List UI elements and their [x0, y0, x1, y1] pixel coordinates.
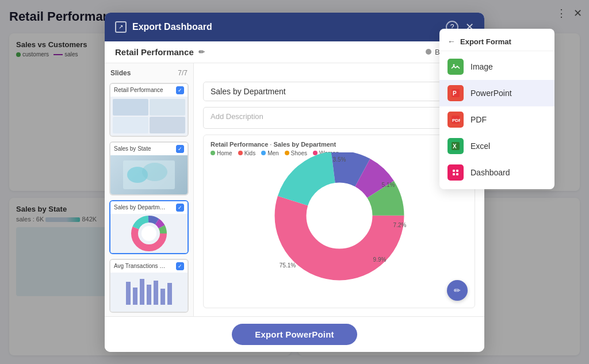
slide-item-2-thumb	[110, 155, 188, 194]
svg-rect-72	[133, 288, 137, 305]
slide-item-1-checkbox[interactable]: ✓	[176, 86, 184, 94]
slides-count: 7/7	[178, 69, 188, 77]
slide-number: Slide 6	[203, 71, 475, 78]
image-format-icon	[448, 59, 464, 75]
excel-format-label: Excel	[471, 141, 490, 151]
modal-body: Slides 7/7 Retail Performance ✓	[105, 63, 484, 316]
svg-rect-77	[167, 283, 172, 305]
donut-chart: 3.5% 5.1% 7.2% 9.9% 75.1%	[211, 161, 468, 276]
slide-title-input[interactable]: Sales by Department	[203, 82, 475, 101]
export-powerpoint-button[interactable]: Export PowerPoint	[232, 324, 357, 345]
dropdown-title: Export Format	[460, 37, 511, 46]
dropdown-item-dashboard[interactable]: Dashboard	[439, 159, 554, 186]
svg-rect-76	[160, 289, 165, 305]
pdf-format-label: PDF	[471, 115, 487, 124]
slide-item-avg-transactions[interactable]: Avg Transactions &... ✓	[109, 259, 189, 313]
image-format-label: Image	[471, 62, 493, 71]
excel-format-icon: X	[448, 138, 464, 154]
svg-rect-71	[126, 282, 131, 305]
modal-header: ↗ Export Dashboard ? ✕	[105, 13, 484, 41]
slide-item-4-name: Avg Transactions &...	[114, 263, 166, 269]
powerpoint-format-icon: P	[448, 85, 464, 101]
export-dashboard-modal: ↗ Export Dashboard ? ✕ Retail Performanc…	[105, 13, 484, 352]
svg-rect-97	[452, 168, 460, 177]
svg-point-64	[142, 163, 167, 181]
svg-point-70	[141, 226, 156, 241]
slide-item-3-checkbox[interactable]: ✓	[176, 204, 184, 212]
svg-rect-75	[154, 281, 158, 305]
powerpoint-format-label: PowerPoint	[471, 89, 512, 98]
dropdown-header: ← Export Format	[439, 32, 554, 51]
slide-item-4-checkbox[interactable]: ✓	[176, 262, 184, 270]
slide-item-2-name: Sales by State	[114, 145, 151, 152]
modal-subheader: Retail Performance ✏ Branding ∨	[105, 41, 484, 63]
svg-point-83	[307, 183, 372, 248]
slide-item-1-header: Retail Performance ✓	[110, 84, 188, 97]
chart-edit-fab[interactable]: ✏	[447, 280, 468, 301]
dropdown-item-image[interactable]: Image	[439, 53, 554, 80]
slide-item-3-header: Sales by Departme... ✓	[110, 201, 188, 214]
dropdown-item-excel[interactable]: X Excel	[439, 133, 554, 159]
svg-text:X: X	[453, 143, 457, 150]
slide-item-sales-by-state[interactable]: Sales by State ✓	[109, 141, 189, 196]
slide-item-2-checkbox[interactable]: ✓	[176, 145, 184, 153]
pdf-format-icon: PDF	[448, 112, 464, 128]
export-icon: ↗	[115, 21, 127, 33]
slide-item-4-header: Avg Transactions &... ✓	[110, 260, 188, 273]
slide-description-input[interactable]: Add Description	[203, 107, 475, 129]
svg-text:9.9%: 9.9%	[373, 256, 386, 263]
svg-rect-99	[456, 170, 458, 172]
chart-label: Retail Performance · Sales by Department	[211, 141, 468, 148]
slide-chart-preview: Retail Performance · Sales by Department…	[203, 135, 475, 308]
svg-text:3.5%: 3.5%	[332, 156, 346, 163]
dropdown-item-pdf[interactable]: PDF PDF	[439, 106, 554, 133]
slide-item-1-name: Retail Performance	[114, 87, 163, 93]
modal-footer: Export PowerPoint	[105, 316, 484, 352]
export-format-dropdown: ← Export Format Image P PowerPoint PDF P…	[439, 29, 554, 189]
svg-rect-98	[453, 170, 455, 172]
svg-text:5.1%: 5.1%	[381, 182, 395, 188]
svg-rect-74	[147, 285, 151, 305]
svg-text:PDF: PDF	[452, 118, 460, 123]
svg-text:75.1%: 75.1%	[279, 262, 295, 269]
svg-rect-73	[140, 279, 144, 305]
svg-rect-101	[456, 173, 458, 175]
slide-item-3-name: Sales by Departme...	[114, 204, 166, 210]
modal-title: Export Dashboard	[132, 22, 440, 32]
slides-panel[interactable]: Slides 7/7 Retail Performance ✓	[105, 63, 194, 316]
dropdown-item-powerpoint[interactable]: P PowerPoint	[439, 80, 554, 106]
slide-item-4-thumb	[110, 273, 188, 312]
slides-label: Slides	[110, 69, 131, 77]
dashboard-format-label: Dashboard	[471, 168, 510, 177]
modal-dashboard-name: Retail Performance ✏	[115, 47, 205, 57]
legend-home: Home	[211, 150, 232, 156]
slide-item-retail-performance[interactable]: Retail Performance ✓	[109, 83, 189, 137]
svg-rect-100	[453, 173, 455, 175]
branding-toggle-dot	[426, 49, 431, 55]
dashboard-format-icon	[448, 164, 464, 181]
svg-text:P: P	[453, 90, 457, 97]
slide-item-1-thumb	[110, 97, 188, 136]
slides-header: Slides 7/7	[109, 69, 189, 77]
dropdown-back-arrow[interactable]: ←	[448, 37, 456, 46]
slide-item-2-header: Sales by State ✓	[110, 143, 188, 155]
slide-item-3-thumb	[110, 214, 188, 253]
legend-kids: Kids	[238, 150, 255, 156]
svg-text:7.2%: 7.2%	[393, 222, 406, 228]
slide-item-sales-by-dept[interactable]: Sales by Departme... ✓	[109, 200, 189, 254]
edit-name-icon[interactable]: ✏	[198, 48, 205, 56]
